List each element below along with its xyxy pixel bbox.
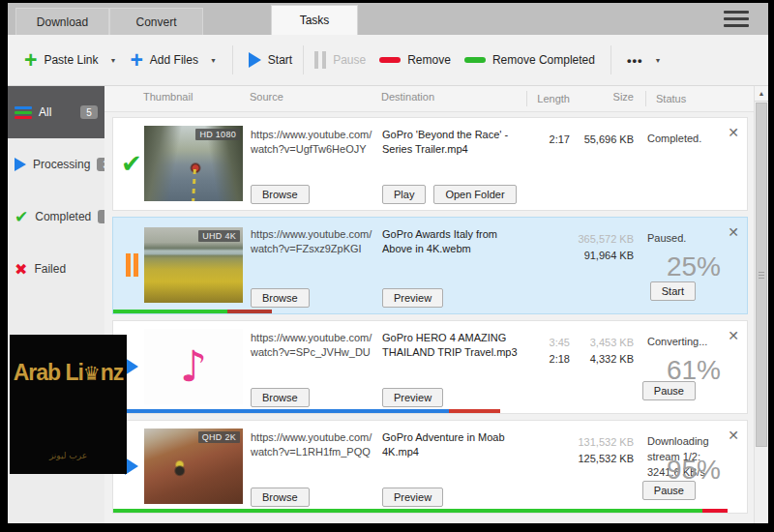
task-row[interactable]: QHD 2K https://www.youtube.com/watch?v=L… <box>112 420 748 514</box>
watermark-title-text: nz <box>101 360 124 385</box>
count-badge: 5 <box>80 105 98 119</box>
remove-button[interactable]: Remove <box>372 47 458 73</box>
close-button[interactable]: ✕ <box>728 225 739 239</box>
plus-icon: + <box>130 51 142 69</box>
thumbnail-quality-badge: UHD 4K <box>198 230 240 242</box>
pause-button[interactable]: Pause <box>642 481 696 500</box>
task-row[interactable]: ♪ https://www.youtube.com/watch?v=SPc_JV… <box>112 320 748 414</box>
open-folder-button[interactable]: Open Folder <box>433 185 516 204</box>
pause-icon <box>126 253 138 277</box>
play-button[interactable]: Play <box>382 185 426 204</box>
header-length: Length <box>526 91 570 106</box>
source-url: https://www.youtube.com/watch?v=UgfTw6He… <box>251 128 374 157</box>
more-button[interactable]: ••• ▼ <box>620 47 669 74</box>
close-button[interactable]: ✕ <box>728 329 739 342</box>
thumbnail: ♪ <box>144 329 243 404</box>
add-files-button[interactable]: + Add Files ▼ <box>123 45 223 74</box>
check-icon: ✔ <box>121 151 142 176</box>
task-list: ✔ HD 1080 https://www.youtube.com/watch?… <box>104 112 768 514</box>
tab-convert[interactable]: Convert <box>109 8 203 35</box>
filter-all-icon <box>15 106 32 119</box>
hamburger-menu-icon[interactable] <box>720 7 753 31</box>
source-url: https://www.youtube.com/watch?v=SPc_JVHw… <box>251 331 374 360</box>
toolbar-divider <box>610 45 611 74</box>
thumbnail-quality-badge: QHD 2K <box>198 431 240 443</box>
watermark-subtitle: عرب ليونز <box>49 451 87 460</box>
play-icon <box>125 358 138 375</box>
scrollbar-thumb[interactable] <box>756 103 767 447</box>
header-status: Status <box>645 91 748 106</box>
length-value <box>527 222 570 308</box>
chevron-down-icon[interactable]: ▼ <box>109 57 116 64</box>
thumbnail: UHD 4K <box>144 227 243 303</box>
tab-convert-label: Convert <box>135 15 176 29</box>
add-files-label: Add Files <box>150 53 198 67</box>
ellipsis-icon: ••• <box>627 53 643 68</box>
play-icon <box>15 158 26 171</box>
thumbnail: QHD 2K <box>144 429 243 504</box>
sidebar-item-label: Processing <box>33 158 90 171</box>
check-icon: ✔ <box>15 207 28 227</box>
pause-button[interactable]: Pause <box>308 45 372 74</box>
task-panel: Thumbnail Source Destination Length Size… <box>104 86 768 523</box>
paste-link-button[interactable]: + Paste Link ▼ <box>17 45 123 74</box>
chevron-down-icon[interactable]: ▼ <box>210 57 217 64</box>
preview-button[interactable]: Preview <box>382 488 443 507</box>
table-header: Thumbnail Source Destination Length Size… <box>104 86 768 112</box>
chevron-down-icon: ▼ <box>655 57 662 64</box>
play-icon <box>249 52 261 68</box>
preview-button[interactable]: Preview <box>382 388 443 407</box>
tab-bar: Download Convert Tasks <box>8 3 768 35</box>
x-icon: ✖ <box>15 260 27 279</box>
scrollbar[interactable]: ▲ <box>754 86 768 523</box>
progress-bar <box>113 409 747 413</box>
task-row[interactable]: ✔ HD 1080 https://www.youtube.com/watch?… <box>112 117 748 211</box>
toolbar-divider <box>303 45 304 74</box>
sidebar-item-completed[interactable]: ✔ Completed 1 <box>8 191 104 243</box>
pause-label: Pause <box>333 53 366 67</box>
browse-button[interactable]: Browse <box>251 185 310 204</box>
size-value: 3,453 KB4,332 KB <box>570 326 638 407</box>
remove-label: Remove <box>407 53 451 67</box>
music-note-icon: ♪ <box>180 345 207 388</box>
pause-icon <box>314 51 326 69</box>
watermark-title-text: Arab Li <box>14 360 83 385</box>
length-value <box>527 426 570 507</box>
pause-button[interactable]: Pause <box>642 381 696 400</box>
close-button[interactable]: ✕ <box>728 429 739 442</box>
sidebar-item-processing[interactable]: Processing 3 <box>8 138 104 191</box>
sidebar-item-label: Failed <box>34 262 66 276</box>
sidebar-item-label: All <box>39 105 51 119</box>
destination-name: GoPro HERO 4 AMAZING THAILAND TRIP Trave… <box>382 331 527 360</box>
plus-icon: + <box>24 51 37 69</box>
toolbar: + Paste Link ▼ + Add Files ▼ Start Pause… <box>8 35 768 86</box>
tab-download[interactable]: Download <box>15 8 109 35</box>
sidebar-item-all[interactable]: All 5 <box>8 86 104 138</box>
source-url: https://www.youtube.com/watch?v=FZsxz9Zp… <box>251 227 374 256</box>
destination-name: GoPro Adventure in Moab 4K.mp4 <box>382 430 527 459</box>
browse-button[interactable]: Browse <box>251 388 310 407</box>
header-size: Size <box>570 91 640 106</box>
thumbnail-quality-badge: HD 1080 <box>195 129 240 140</box>
remove-completed-button[interactable]: Remove Completed <box>458 47 602 73</box>
header-source: Source <box>250 91 373 106</box>
tab-tasks[interactable]: Tasks <box>271 5 358 35</box>
browse-button[interactable]: Browse <box>251 488 310 507</box>
scrollbar-up-button[interactable]: ▲ <box>755 86 768 102</box>
progress-bar <box>113 310 747 313</box>
start-button[interactable]: Start <box>242 46 299 74</box>
preview-button[interactable]: Preview <box>382 288 443 308</box>
start-button[interactable]: Start <box>650 281 696 301</box>
task-row[interactable]: UHD 4K https://www.youtube.com/watch?v=F… <box>112 217 748 314</box>
length-value: 2:17 <box>527 123 570 204</box>
size-value: 131,532 KB125,532 KB <box>570 426 638 507</box>
destination-name: GoPro 'Beyond the Race' - Series Trailer… <box>382 128 527 157</box>
paste-link-label: Paste Link <box>44 53 98 67</box>
close-button[interactable]: ✕ <box>728 126 739 139</box>
tab-tasks-label: Tasks <box>300 14 330 27</box>
browse-button[interactable]: Browse <box>251 288 310 308</box>
progress-bar <box>113 509 747 513</box>
header-thumbnail: Thumbnail <box>143 91 250 106</box>
length-value: 3:452:18 <box>527 326 570 407</box>
sidebar-item-failed[interactable]: ✖ Failed <box>8 243 104 295</box>
